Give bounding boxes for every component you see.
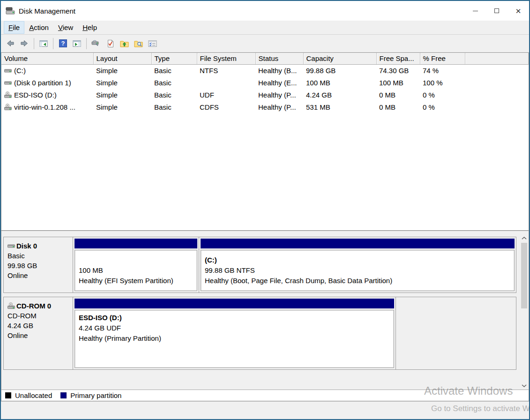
cdrom0-row: CD-ROM 0 CD-ROM 4.24 GB Online ESD-ISO (… (3, 297, 516, 370)
volumes-list-pane: Volume Layout Type File System Status Ca… (1, 53, 529, 230)
column-header-volume[interactable]: Volume (1, 53, 93, 64)
disk-management-window: { "window": { "title": "Disk Management"… (0, 0, 530, 420)
up-folder-button[interactable] (118, 37, 131, 50)
toolbar: ? (1, 35, 529, 52)
table-row[interactable]: (Disk 0 partition 1) Simple Basic Health… (1, 77, 529, 89)
cdrom0-label[interactable]: CD-ROM 0 CD-ROM 4.24 GB Online (4, 297, 73, 369)
rescan-disks-icon (91, 39, 101, 47)
volumes-table: Volume Layout Type File System Status Ca… (1, 53, 529, 113)
vertical-scrollbar[interactable] (520, 234, 529, 390)
column-header-file-system[interactable]: File System (197, 53, 255, 64)
forward-button[interactable] (18, 37, 31, 50)
menu-view[interactable]: View (54, 22, 77, 33)
disk0-label[interactable]: Disk 0 Basic 99.98 GB Online (4, 237, 73, 292)
table-row[interactable]: virtio-win-0.1.208 ... Simple Basic CDFS… (1, 101, 529, 113)
disk0-kind: Basic (7, 251, 71, 261)
up-folder-icon (120, 39, 129, 47)
show-action-pane-button[interactable] (70, 37, 83, 50)
cd-drive-icon (7, 302, 15, 309)
pane-splitter[interactable] (1, 230, 529, 234)
back-button[interactable] (4, 37, 17, 50)
scrollbar-thumb[interactable] (521, 243, 527, 308)
menu-action[interactable]: Action (25, 22, 53, 33)
toolbar-separator (53, 38, 53, 49)
disk0-size: 99.98 GB (7, 261, 71, 270)
drive-icon (4, 80, 12, 86)
column-header-layout[interactable]: Layout (93, 53, 151, 64)
maximize-button[interactable] (486, 1, 508, 21)
toolbar-separator (86, 38, 87, 49)
maximize-icon (494, 8, 499, 13)
partition-color-band (75, 299, 394, 308)
column-header-pct-free[interactable]: % Free (420, 53, 465, 64)
partition-efi[interactable]: 100 MB Healthy (EFI System Partition) (73, 237, 199, 292)
back-icon (6, 39, 15, 47)
search-folder-icon (134, 39, 143, 47)
graph-empty-area (396, 297, 516, 369)
cdrom0-size: 4.24 GB (7, 321, 71, 330)
forward-icon (20, 39, 29, 47)
scroll-up-button[interactable] (520, 234, 529, 242)
table-row[interactable]: ESD-ISO (D:) Simple Basic UDF Healthy (P… (1, 89, 529, 101)
column-header-blank[interactable] (465, 53, 529, 64)
menu-help[interactable]: Help (78, 22, 101, 33)
minimize-button[interactable] (464, 1, 486, 21)
search-folder-button[interactable] (132, 37, 145, 50)
close-icon: ✕ (515, 8, 522, 15)
column-header-type[interactable]: Type (151, 53, 197, 64)
properties-button[interactable] (146, 37, 159, 50)
graphical-view-pane: Disk 0 Basic 99.98 GB Online 100 MB Heal… (1, 234, 529, 390)
chevron-up-icon (522, 237, 527, 240)
show-action-pane-icon (73, 40, 81, 47)
drive-icon (4, 68, 12, 74)
menu-file[interactable]: File (4, 22, 24, 33)
console-frame: Volume Layout Type File System Status Ca… (1, 52, 529, 401)
partition-color-band (201, 239, 515, 248)
table-row[interactable]: (C:) Simple Basic NTFS Healthy (B... 99.… (1, 64, 529, 77)
minimize-icon (473, 11, 478, 11)
help-icon: ? (59, 39, 67, 47)
cdrom0-kind: CD-ROM (7, 311, 71, 321)
column-header-free-space[interactable]: Free Spa... (376, 53, 420, 64)
refresh-button[interactable] (104, 37, 117, 50)
status-bar (1, 401, 529, 419)
legend-label-primary-partition: Primary partition (70, 391, 121, 399)
partition-color-band (75, 239, 197, 248)
rescan-disks-button[interactable] (90, 37, 103, 50)
close-button[interactable]: ✕ (508, 1, 529, 21)
cd-drive-icon (4, 91, 12, 98)
column-header-capacity[interactable]: Capacity (303, 53, 376, 64)
table-header-row: Volume Layout Type File System Status Ca… (1, 53, 529, 64)
menu-bar: File Action View Help (1, 21, 529, 35)
scroll-down-button[interactable] (520, 382, 529, 390)
show-console-tree-icon (39, 40, 48, 47)
partition-c[interactable]: (C:) 99.88 GB NTFS Healthy (Boot, Page F… (199, 237, 516, 292)
legend-bar: Unallocated Primary partition (1, 390, 529, 401)
drive-icon (7, 243, 15, 249)
legend-label-unallocated: Unallocated (15, 391, 52, 399)
svg-text:?: ? (61, 40, 65, 47)
unallocated-swatch (5, 392, 11, 398)
help-button[interactable]: ? (56, 37, 69, 50)
column-header-status[interactable]: Status (255, 53, 303, 64)
disk0-state: Online (7, 270, 71, 280)
refresh-check-document-icon (106, 39, 114, 48)
disk0-row: Disk 0 Basic 99.98 GB Online 100 MB Heal… (3, 237, 516, 293)
disk-management-app-icon (6, 7, 15, 15)
toolbar-separator (34, 38, 34, 49)
cdrom0-state: Online (7, 330, 71, 340)
chevron-down-icon (522, 384, 527, 387)
show-console-tree-button[interactable] (37, 37, 50, 50)
window-title: Disk Management (19, 7, 75, 15)
partition-esd-iso[interactable]: ESD-ISO (D:) 4.24 GB UDF Healthy (Primar… (73, 297, 396, 369)
properties-checklist-icon (148, 40, 157, 47)
title-bar: Disk Management ✕ (1, 1, 529, 21)
primary-partition-swatch (60, 392, 67, 398)
cd-drive-icon (4, 104, 12, 111)
